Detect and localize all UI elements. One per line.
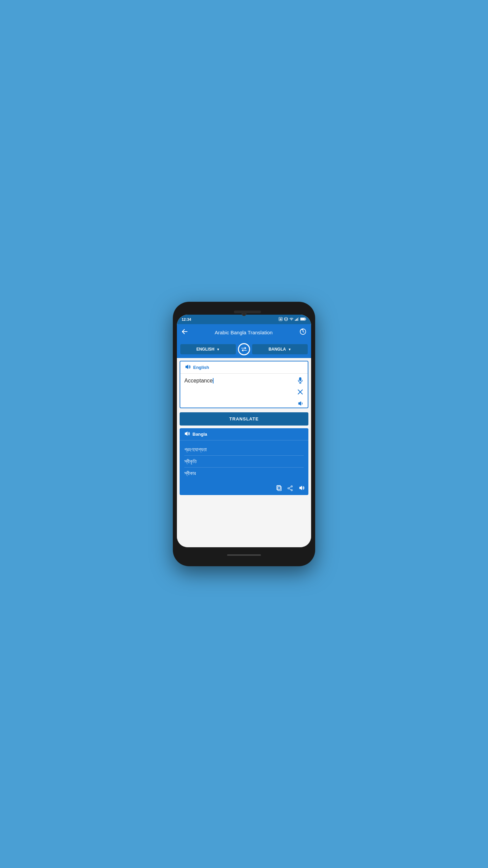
microphone-button[interactable] <box>296 376 304 384</box>
target-language-label: BANGLA <box>268 347 286 352</box>
text-cursor <box>213 378 214 383</box>
svg-rect-10 <box>301 318 305 320</box>
svg-rect-7 <box>297 318 298 321</box>
input-action-icons <box>296 376 304 408</box>
input-lang-label: English <box>193 365 209 370</box>
signal-icon <box>295 317 299 321</box>
source-language-label: ENGLISH <box>196 347 214 352</box>
svg-marker-29 <box>299 486 302 490</box>
svg-point-25 <box>291 490 292 491</box>
result-header: Bangla <box>180 428 308 440</box>
result-word-2: স্বীকৃতি <box>184 456 304 468</box>
svg-line-27 <box>289 487 291 488</box>
input-tts-button[interactable] <box>296 399 304 408</box>
status-icons <box>279 317 306 322</box>
svg-point-24 <box>291 486 292 487</box>
copy-button[interactable] <box>277 485 282 492</box>
no-disturb-icon <box>284 317 288 322</box>
svg-rect-14 <box>299 377 302 381</box>
svg-line-28 <box>289 489 291 490</box>
input-section: English Acceptance <box>180 361 308 408</box>
result-speaker-header-icon[interactable] <box>184 431 190 437</box>
main-content: English Acceptance <box>177 358 311 547</box>
history-button[interactable] <box>300 328 306 337</box>
wifi-icon <box>289 317 293 321</box>
svg-rect-5 <box>295 320 296 321</box>
battery-icon <box>300 317 306 321</box>
result-tts-button[interactable] <box>298 485 304 492</box>
phone-frame: 12:34 <box>173 302 315 566</box>
result-body: গ্রহণযোগ্যতা স্বীকৃতি স্বীকার <box>180 440 308 482</box>
input-text: Acceptance <box>184 377 293 384</box>
target-language-button[interactable]: BANGLA ▼ <box>252 344 308 354</box>
svg-point-26 <box>288 488 289 489</box>
result-section: Bangla গ্রহণযোগ্যতা স্বীকৃতি স্বীকার <box>180 428 308 495</box>
svg-point-4 <box>291 320 291 320</box>
clear-button[interactable] <box>296 388 304 396</box>
svg-rect-6 <box>296 319 297 321</box>
app-title: Arabic Bangla Translation <box>188 330 300 335</box>
phone-speaker <box>234 311 261 313</box>
source-language-button[interactable]: ENGLISH ▼ <box>180 344 236 354</box>
swap-language-button[interactable] <box>238 343 250 355</box>
svg-marker-19 <box>298 401 301 406</box>
source-chevron-icon: ▼ <box>217 348 220 351</box>
phone-screen: 12:34 <box>177 315 311 547</box>
status-bar: 12:34 <box>177 315 311 324</box>
sim-icon <box>279 317 283 322</box>
language-selector-bar: ENGLISH ▼ BANGLA ▼ <box>177 340 311 358</box>
svg-rect-1 <box>280 318 282 320</box>
svg-rect-11 <box>306 319 306 320</box>
result-word-3: স্বীকার <box>184 468 304 479</box>
input-speaker-icon[interactable] <box>184 364 190 371</box>
translate-button[interactable]: TRANSLATE <box>180 412 308 426</box>
input-header: English <box>180 361 308 374</box>
result-footer <box>180 482 308 495</box>
svg-marker-13 <box>185 365 188 369</box>
phone-bottom-bar <box>177 550 311 560</box>
home-indicator <box>227 554 261 556</box>
share-button[interactable] <box>287 485 293 492</box>
input-body[interactable]: Acceptance <box>180 374 308 408</box>
status-time: 12:34 <box>182 317 191 321</box>
app-bar: Arabic Bangla Translation <box>177 324 311 340</box>
result-lang-label: Bangla <box>192 432 207 437</box>
back-button[interactable] <box>182 329 188 336</box>
svg-marker-20 <box>185 432 187 436</box>
result-word-1: গ্রহণযোগ্যতা <box>184 444 304 456</box>
target-chevron-icon: ▼ <box>288 348 291 351</box>
svg-rect-8 <box>298 317 299 321</box>
svg-rect-23 <box>277 486 281 490</box>
